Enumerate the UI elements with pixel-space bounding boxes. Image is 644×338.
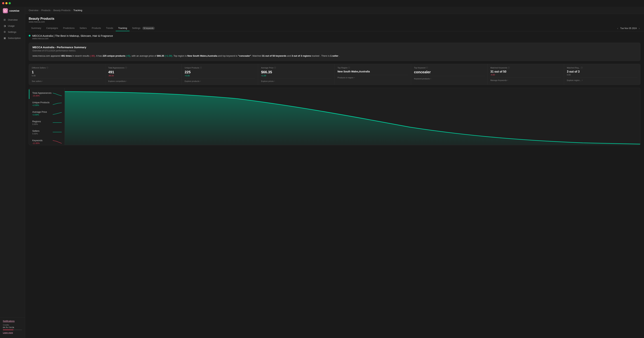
credits-value: 64.7k / 54.0k xyxy=(3,326,22,329)
perf-summary-subtitle: Overview of 07/11/2024 performance metri… xyxy=(32,49,637,52)
tab-tracking[interactable]: Tracking xyxy=(116,25,130,31)
metric-link-appearances[interactable]: Explore competitors › xyxy=(108,78,179,82)
metric-label-top-keyword: Top Keyword ⓘ xyxy=(414,66,484,69)
legend-change-total-appearances: -15.00% xyxy=(32,95,52,97)
legend-name-keywords: Keywords xyxy=(32,139,42,142)
metric-link-matched-regions[interactable]: Explore region... › xyxy=(567,78,637,81)
tab-campaigns[interactable]: Campaigns xyxy=(44,25,61,31)
metric-card-matched-keywords: Matched Keywords ⓘ 31 out of 50 -4.00 Ma… xyxy=(488,64,564,85)
sidebar-item-overview[interactable]: ⊞ Overview xyxy=(2,17,24,22)
breadcrumb: Overview › Products › Beauty Products › … xyxy=(25,7,644,14)
tab-sellers[interactable]: Sellers xyxy=(77,25,89,31)
chart-legend: Total Appearances -15.00% Unique Product… xyxy=(29,88,65,145)
window-maximize-button[interactable] xyxy=(8,2,11,4)
main-chart-svg xyxy=(65,88,640,145)
date-prev-button[interactable]: ‹ xyxy=(616,26,619,30)
perf-appearances-neg: (-86) xyxy=(90,54,95,57)
metric-card-top-region: Top Region ⓘ New South Wales,Australia P… xyxy=(335,64,411,85)
breadcrumb-overview[interactable]: Overview xyxy=(29,9,38,12)
product-url: www.mecca.com xyxy=(29,20,54,23)
credits-bar-fill xyxy=(3,330,14,330)
date-nav: ‹ Tue Nov 05 2024 › xyxy=(616,26,640,30)
perf-keywords-matched-bold: 31 out of 50 keywords xyxy=(262,54,286,57)
legend-item-sellers[interactable]: Sellers 0.00% xyxy=(29,127,64,137)
breadcrumb-sep-3: › xyxy=(72,9,72,12)
legend-item-average-price[interactable]: Average Price +2.00% xyxy=(29,108,64,118)
metric-link-arrow-unique-products: › xyxy=(200,80,201,82)
perf-keyword-bold: "concealer" xyxy=(238,54,251,57)
metric-card-total-appearances: Total Appearances ⓘ 491 -86.00 Explore c… xyxy=(105,64,182,85)
metric-value-matched-regions: 3 out of 3 xyxy=(567,70,637,73)
metric-label-sellers: Different Sellers ⓘ xyxy=(32,66,102,69)
metric-link-top-keyword[interactable]: Keyword products › xyxy=(414,76,484,80)
tab-settings[interactable]: Settings 50 keywords xyxy=(130,25,157,31)
metric-card-unique-products: Unique Products ⓘ 225 +5.00 Explore prod… xyxy=(182,64,258,85)
metric-link-arrow-top-keyword: › xyxy=(430,78,431,80)
metric-value-average-price: $66.35 xyxy=(261,70,332,74)
metric-change-unique-products: +5.00 xyxy=(184,74,255,77)
metric-link-arrow-matched-regions: › xyxy=(582,79,582,81)
metric-link-arrow-average-price: › xyxy=(274,80,275,82)
perf-price-pos: (+1.09) xyxy=(165,54,172,57)
tab-summary[interactable]: Summary xyxy=(29,25,44,31)
legend-change-keywords: -11.00% xyxy=(32,142,42,144)
sidebar-item-subscription[interactable]: ▣ Subscription xyxy=(2,35,24,41)
main-content: Overview › Products › Beauty Products › … xyxy=(25,7,644,338)
tab-predictions[interactable]: Predictions xyxy=(60,25,77,31)
tab-trends[interactable]: Trends xyxy=(104,25,116,31)
metric-link-sellers[interactable]: See sellers › xyxy=(32,78,102,82)
breadcrumb-beauty-products[interactable]: Beauty Products xyxy=(54,9,70,12)
window-minimize-button[interactable] xyxy=(6,2,8,4)
legend-item-regions[interactable]: Regions 0.00% xyxy=(29,118,64,127)
metric-label-top-region: Top Region ⓘ xyxy=(338,66,408,69)
sidebar-logo: 🌸 cosmise xyxy=(0,7,25,17)
metric-link-average-price[interactable]: Explore prices › xyxy=(261,78,332,82)
legend-item-keywords[interactable]: Keywords -11.00% xyxy=(29,137,64,145)
metric-link-matched-keywords[interactable]: Manage Keywords › xyxy=(490,78,561,81)
sidebar-bottom: Notifications Credits 64.7k / 54.0k Lear… xyxy=(0,318,25,336)
legend-name-total-appearances: Total Appearances xyxy=(32,92,52,94)
metric-change-appearances: -86.00 xyxy=(108,74,179,77)
perf-text-url: www.mecca.com xyxy=(32,54,50,57)
learn-more-link[interactable]: Learn more xyxy=(3,332,22,334)
metric-info-top-keyword: ⓘ xyxy=(426,66,428,69)
metric-info-matched-keywords: ⓘ xyxy=(508,66,510,69)
metric-link-unique-products[interactable]: Explore products › xyxy=(184,78,255,82)
metric-change-matched-keywords: -4.00 xyxy=(490,74,561,76)
date-next-button[interactable]: › xyxy=(638,26,640,30)
metric-value-appearances: 491 xyxy=(108,70,179,74)
metric-label-average-price: Average Price ⓘ xyxy=(261,66,332,69)
legend-mini-chart-sellers xyxy=(53,130,62,135)
breadcrumb-products[interactable]: Products xyxy=(41,9,50,12)
subscription-icon: ▣ xyxy=(3,36,6,39)
metric-change-matched-regions: 0.00 xyxy=(567,74,637,76)
metric-value-matched-keywords: 31 out of 50 xyxy=(490,70,561,73)
content-area: Beauty Products www.mecca.com Summary Ca… xyxy=(25,14,644,338)
overview-icon: ⊞ xyxy=(3,18,6,21)
breadcrumb-tracking: Tracking xyxy=(73,9,82,12)
metric-change-average-price: +1.09 xyxy=(261,74,332,77)
tabs-bar: Summary Campaigns Predictions Sellers Pr… xyxy=(25,25,644,31)
legend-item-total-appearances[interactable]: Total Appearances -15.00% xyxy=(29,89,64,99)
metric-change-sellers: 0.00 xyxy=(32,74,102,77)
product-title: Beauty Products xyxy=(29,17,54,20)
legend-name-sellers: Sellers xyxy=(32,130,40,132)
perf-regions-matched-bold: 3 out of 3 regions xyxy=(292,54,311,57)
notifications-link[interactable]: Notifications xyxy=(3,320,22,323)
metric-info-unique-products: ⓘ xyxy=(200,66,202,69)
sidebar-item-usage-label: Usage xyxy=(8,24,15,27)
chart-main xyxy=(65,88,640,145)
metric-link-arrow-top-region: › xyxy=(354,76,355,78)
metric-label-appearances: Total Appearances ⓘ xyxy=(108,66,179,69)
status-indicator xyxy=(29,35,30,36)
legend-mini-chart-regions xyxy=(53,120,62,125)
metric-link-top-region[interactable]: Products in region › xyxy=(338,75,408,79)
sidebar-item-usage[interactable]: ◑ Usage xyxy=(2,23,24,29)
metric-info-average-price: ⓘ xyxy=(274,66,276,69)
window-close-button[interactable] xyxy=(2,2,4,4)
chart-area: Total Appearances -15.00% Unique Product… xyxy=(29,88,640,145)
sidebar-item-settings[interactable]: ⚙ Settings xyxy=(2,29,24,35)
sidebar-item-overview-label: Overview xyxy=(8,18,18,21)
legend-item-unique-products[interactable]: Unique Products +2.00% xyxy=(29,99,64,108)
tab-products[interactable]: Products xyxy=(89,25,103,31)
